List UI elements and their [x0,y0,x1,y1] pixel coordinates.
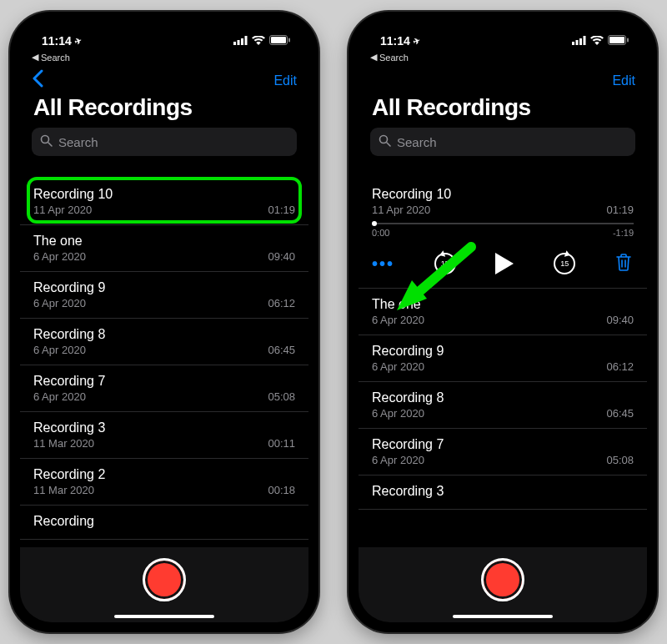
svg-point-16 [380,136,388,143]
edit-button[interactable]: Edit [612,73,635,88]
recording-date: 11 Mar 2020 [33,484,94,496]
home-indicator[interactable] [453,615,553,618]
svg-rect-5 [271,37,286,43]
notch [432,12,574,33]
svg-rect-1 [238,40,240,45]
search-input[interactable]: Search [32,128,297,156]
edit-button[interactable]: Edit [273,73,297,88]
svg-rect-14 [609,37,624,43]
notch [93,12,235,33]
play-button[interactable] [495,253,514,274]
bottom-bar [20,547,308,622]
more-options-button[interactable]: ••• [372,254,394,274]
recording-duration: 01:19 [268,204,295,216]
recording-date: 6 Apr 2020 [33,250,86,263]
recording-date: 6 Apr 2020 [372,360,424,373]
recording-item[interactable]: Recording [20,506,308,540]
recording-item[interactable]: Recording 86 Apr 202006:45 [359,382,647,429]
recording-duration: 05:08 [606,454,634,466]
phone-right: 11:14 ✈︎ ◀︎ Search [349,12,657,632]
recording-duration: 09:40 [268,250,295,263]
battery-icon [269,34,290,48]
recording-date: 6 Apr 2020 [33,390,86,403]
svg-rect-10 [576,40,579,45]
recording-item[interactable]: The one6 Apr 202009:40 [20,225,308,272]
recording-duration: 06:45 [606,407,634,420]
recording-duration: 06:12 [606,360,634,373]
svg-rect-11 [579,38,582,45]
recording-item[interactable]: Recording 86 Apr 202006:45 [20,319,308,365]
recording-date: 11 Apr 2020 [33,204,92,216]
recording-item[interactable]: Recording 96 Apr 202006:12 [20,272,308,319]
search-icon [379,134,391,149]
delete-button[interactable] [615,253,632,274]
svg-rect-15 [627,38,629,43]
location-arrow-icon: ✈︎ [73,35,83,46]
recording-date: 6 Apr 2020 [372,314,424,326]
status-time: 11:14 [42,34,72,48]
remaining-time: -1:19 [613,228,634,238]
scrubber-knob[interactable] [372,221,377,226]
home-indicator[interactable] [114,615,214,618]
recording-name: Recording 8 [33,327,105,342]
skip-forward-15-button[interactable]: 15 [554,253,575,274]
signal-icon [233,34,248,48]
back-to-app[interactable]: ◀︎ Search [359,52,647,64]
signal-icon [572,34,586,48]
wifi-icon [252,34,265,48]
skip-back-15-button[interactable]: 15 [434,253,456,274]
recordings-list[interactable]: Recording 10 11 Apr 2020 01:19 0:00 -1:1… [359,179,647,547]
recording-duration: 00:11 [268,437,295,450]
chevron-left-icon: ◀︎ [370,52,377,63]
recording-item[interactable]: Recording 76 Apr 202005:08 [20,365,308,412]
recording-duration: 06:12 [268,297,295,309]
recording-date: 6 Apr 2020 [372,407,424,420]
svg-rect-0 [233,42,236,45]
svg-rect-3 [245,36,248,45]
recording-name: Recording 2 [33,467,105,482]
recordings-list[interactable]: Recording 1011 Apr 202001:19The one6 Apr… [20,179,308,547]
back-to-app[interactable]: ◀︎ Search [20,52,308,64]
recording-name: Recording 9 [372,344,444,359]
page-title: All Recordings [359,94,647,128]
scrubber[interactable]: 0:00 -1:19 [372,223,634,238]
back-button[interactable] [28,69,47,93]
search-icon [40,134,53,149]
svg-rect-6 [288,38,290,43]
status-time: 11:14 [380,34,410,48]
chevron-left-icon: ◀︎ [32,52,38,63]
recording-item[interactable]: Recording 311 Mar 202000:11 [20,412,308,459]
recording-item[interactable]: Recording 211 Mar 202000:18 [20,459,308,506]
recording-name: Recording 7 [372,437,444,452]
elapsed-time: 0:00 [372,228,389,238]
recording-item[interactable]: Recording 1011 Apr 202001:19 [20,179,308,225]
search-input[interactable]: Search [370,128,635,156]
recording-item-expanded[interactable]: Recording 10 11 Apr 2020 01:19 0:00 -1:1… [359,179,647,289]
search-placeholder: Search [58,135,98,149]
svg-rect-12 [584,36,586,45]
bottom-bar [359,547,647,622]
svg-rect-9 [572,42,574,45]
recording-duration: 01:19 [606,204,634,216]
recording-name: Recording 10 [372,187,451,202]
recording-item[interactable]: The one6 Apr 202009:40 [359,289,647,335]
recording-item[interactable]: Recording 76 Apr 202005:08 [359,429,647,475]
svg-line-8 [48,143,52,146]
recording-item[interactable]: Recording 3 [359,475,647,510]
recording-name: Recording 7 [33,374,105,389]
recording-name: The one [372,297,421,312]
svg-point-7 [42,136,49,143]
record-button[interactable] [481,558,524,601]
recording-date: 11 Mar 2020 [33,437,94,450]
recording-name: Recording [33,514,94,529]
phone-left: 11:14 ✈︎ ◀︎ Search [10,12,318,632]
recording-name: Recording 8 [372,390,444,405]
recording-date: 6 Apr 2020 [33,344,86,356]
wifi-icon [590,34,604,48]
record-button[interactable] [143,558,186,601]
recording-name: Recording 3 [372,484,444,499]
battery-icon [608,34,629,48]
recording-name: Recording 10 [33,187,113,202]
recording-item[interactable]: Recording 96 Apr 202006:12 [359,335,647,382]
recording-date: 6 Apr 2020 [372,454,424,466]
